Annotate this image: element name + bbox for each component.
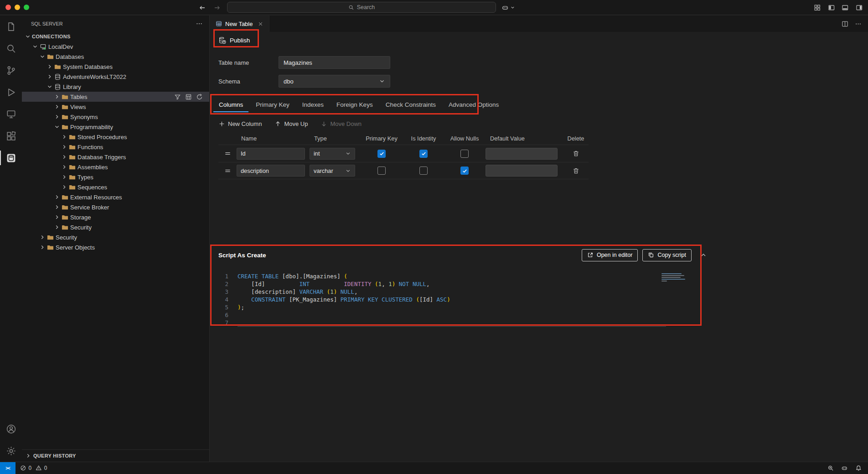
- tree-item-views[interactable]: Views: [22, 102, 209, 112]
- column-name-input[interactable]: [237, 165, 305, 177]
- is-identity-checkbox[interactable]: [419, 150, 428, 158]
- tree-item-connections[interactable]: CONNECTIONS: [22, 31, 209, 42]
- tree-item-external-resources[interactable]: External Resources: [22, 192, 209, 202]
- tree-item-databases[interactable]: Databases: [22, 52, 209, 62]
- schema-value: dbo: [284, 78, 294, 85]
- tree-item-library[interactable]: Library: [22, 82, 209, 92]
- minimap[interactable]: [661, 273, 685, 281]
- problems-status[interactable]: 0 0: [20, 465, 49, 471]
- new-column-button[interactable]: New Column: [218, 120, 262, 127]
- toggle-panel-icon[interactable]: [842, 4, 849, 11]
- copy-script-button[interactable]: Copy script: [642, 249, 692, 261]
- designer-tab-primary-key[interactable]: Primary Key: [249, 95, 296, 114]
- tree-item-service-broker[interactable]: Service Broker: [22, 202, 209, 212]
- notifications-bell-icon[interactable]: [855, 465, 862, 472]
- go-back-icon[interactable]: [199, 4, 206, 11]
- tree-item-system-databases[interactable]: System Databases: [22, 62, 209, 72]
- drag-handle-icon[interactable]: [224, 167, 231, 174]
- column-name-input[interactable]: [237, 148, 305, 160]
- tree-item-types[interactable]: Types: [22, 172, 209, 182]
- refresh-icon[interactable]: [196, 94, 203, 100]
- copilot-icon: [501, 4, 509, 11]
- tab-new-table[interactable]: New Table: [210, 16, 269, 32]
- tree-item-stored-procedures[interactable]: Stored Procedures: [22, 132, 209, 142]
- table-name-input[interactable]: [279, 56, 390, 69]
- default-value-input[interactable]: [486, 165, 558, 177]
- chevron-down-icon: [53, 123, 61, 130]
- extensions-icon[interactable]: [0, 125, 22, 147]
- move-up-button[interactable]: Move Up: [274, 120, 308, 127]
- designer-tab-columns[interactable]: Columns: [212, 95, 249, 114]
- remote-indicator[interactable]: ><: [0, 462, 16, 474]
- publish-button[interactable]: Publish: [218, 34, 250, 47]
- explorer-icon[interactable]: [0, 16, 22, 37]
- move-down-button[interactable]: Move Down: [320, 120, 362, 127]
- table-icon[interactable]: [185, 94, 192, 100]
- split-editor-icon[interactable]: [842, 21, 848, 27]
- go-forward-icon[interactable]: [213, 4, 221, 11]
- editor-area: New Table Publish: [210, 16, 868, 462]
- activity-bar: [0, 16, 22, 462]
- remote-explorer-icon[interactable]: [0, 103, 22, 125]
- tree-item-tables[interactable]: Tables: [22, 92, 209, 102]
- expand-pane-icon[interactable]: [700, 251, 707, 259]
- run-and-debug-icon[interactable]: [0, 81, 22, 103]
- tree-item-storage[interactable]: Storage: [22, 212, 209, 222]
- designer-tab-check-constraints[interactable]: Check Constraints: [379, 95, 442, 114]
- tree-item-functions[interactable]: Functions: [22, 142, 209, 152]
- search-placeholder: Search: [357, 4, 375, 10]
- maximize-window-button[interactable]: [24, 5, 29, 10]
- script-editor[interactable]: 1CREATE TABLE [dbo].[Magazines] (2 [Id] …: [210, 263, 712, 327]
- chevron-down-icon: [46, 83, 53, 90]
- close-tab-icon[interactable]: [258, 21, 264, 27]
- script-pane-header: Script As Create Open in editor Copy scr…: [210, 247, 712, 263]
- search-icon[interactable]: [0, 37, 22, 59]
- schema-select[interactable]: dbo: [279, 75, 390, 88]
- tree-item-sequences[interactable]: Sequences: [22, 182, 209, 192]
- tree-item-localdev[interactable]: LocalDev: [22, 42, 209, 52]
- code-line: 3 [description] VARCHAR (1) NULL,: [210, 288, 712, 296]
- primary-key-checkbox[interactable]: [377, 167, 386, 175]
- minimize-window-button[interactable]: [15, 5, 20, 10]
- delete-row-icon[interactable]: [573, 167, 579, 174]
- accounts-icon[interactable]: [0, 418, 22, 440]
- tree-item-synonyms[interactable]: Synonyms: [22, 112, 209, 122]
- delete-row-icon[interactable]: [573, 150, 579, 157]
- close-window-button[interactable]: [5, 5, 11, 10]
- settings-gear-icon[interactable]: [0, 440, 22, 462]
- tree-item-server-objects[interactable]: Server Objects: [22, 242, 209, 252]
- copilot-icon[interactable]: [841, 465, 848, 472]
- tree-item-programmability[interactable]: Programmability: [22, 122, 209, 132]
- primary-key-checkbox[interactable]: [377, 150, 386, 158]
- column-type-select[interactable]: int: [310, 148, 355, 160]
- tree-item-assemblies[interactable]: Assemblies: [22, 162, 209, 172]
- toggle-primary-sidebar-icon[interactable]: [828, 4, 835, 11]
- allow-nulls-checkbox[interactable]: [460, 167, 469, 175]
- is-identity-checkbox[interactable]: [419, 167, 428, 175]
- copilot-menu[interactable]: [501, 0, 515, 15]
- allow-nulls-checkbox[interactable]: [460, 150, 469, 158]
- folder-icon: [68, 183, 76, 191]
- source-control-icon[interactable]: [0, 59, 22, 81]
- tree-item-security[interactable]: Security: [22, 232, 209, 242]
- designer-tab-advanced-options[interactable]: Advanced Options: [442, 95, 505, 114]
- zoom-icon[interactable]: [827, 465, 834, 472]
- tree-item-security[interactable]: Security: [22, 222, 209, 232]
- designer-tab-foreign-keys[interactable]: Foreign Keys: [330, 95, 379, 114]
- more-actions-icon[interactable]: [196, 20, 203, 27]
- tree-item-database-triggers[interactable]: Database Triggers: [22, 152, 209, 162]
- chevron-down-icon: [31, 43, 39, 50]
- more-actions-icon[interactable]: [855, 21, 862, 27]
- column-type-select[interactable]: varchar: [310, 165, 355, 177]
- search-input[interactable]: Search: [227, 2, 496, 13]
- default-value-input[interactable]: [486, 148, 558, 160]
- query-history-section[interactable]: QUERY HISTORY: [22, 449, 209, 462]
- designer-tab-indexes[interactable]: Indexes: [296, 95, 330, 114]
- filter-icon[interactable]: [174, 94, 181, 100]
- sql-server-icon[interactable]: [0, 147, 22, 169]
- customize-layout-icon[interactable]: [814, 4, 821, 11]
- open-in-editor-button[interactable]: Open in editor: [582, 249, 638, 261]
- drag-handle-icon[interactable]: [224, 150, 231, 157]
- tree-item-adventureworkslt2022[interactable]: AdventureWorksLT2022: [22, 72, 209, 82]
- toggle-secondary-sidebar-icon[interactable]: [856, 4, 863, 11]
